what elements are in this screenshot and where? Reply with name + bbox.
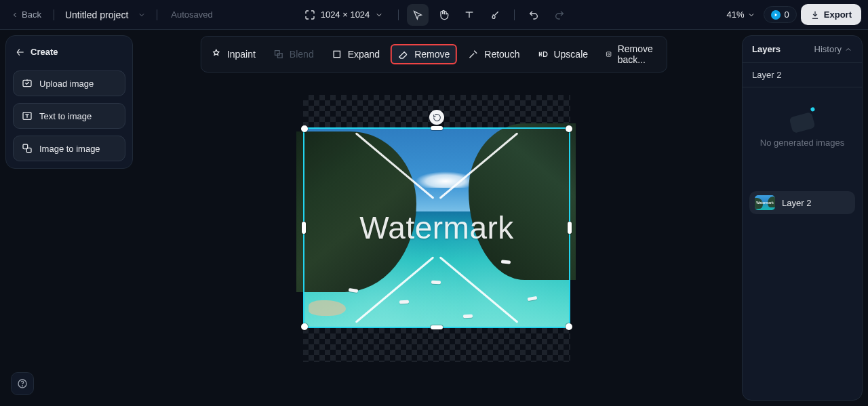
upscale-label: Upscale: [553, 49, 588, 60]
hd-icon: [537, 49, 548, 60]
back-label: Back: [22, 9, 41, 20]
divider: [398, 9, 399, 20]
export-label: Export: [824, 9, 852, 20]
chevron-down-icon: [138, 11, 146, 19]
project-name[interactable]: Untitled project: [62, 7, 131, 23]
text-to-image-button[interactable]: Text to image: [13, 103, 125, 129]
back-button[interactable]: Back: [7, 7, 45, 22]
back-arrow-icon: [16, 47, 25, 57]
create-header: Create: [13, 43, 125, 64]
inpaint-label: Inpaint: [227, 49, 256, 60]
artboard: Watermark: [303, 95, 570, 362]
resize-handle-se[interactable]: [566, 323, 572, 330]
canvas-size-label: 1024 × 1024: [321, 9, 370, 20]
empty-images-icon: [789, 112, 815, 134]
text-icon: [464, 9, 475, 20]
zoom-label: 41%: [727, 9, 745, 20]
inpaint-icon: [211, 49, 222, 60]
layer-thumbnail: Watermark: [755, 195, 775, 210]
selected-layer-image[interactable]: Watermark: [303, 127, 570, 328]
chevron-down-icon: [375, 11, 383, 19]
undo-icon: [528, 9, 539, 20]
credits-value: 0: [785, 9, 789, 20]
resize-handle-e[interactable]: [568, 222, 572, 234]
zoom-button[interactable]: 41%: [723, 7, 760, 22]
svg-point-8: [608, 54, 610, 55]
remove-bg-icon: [606, 49, 612, 60]
divider: [157, 9, 157, 20]
history-label: History: [814, 44, 842, 54]
brush-tool-button[interactable]: [484, 4, 506, 26]
retouch-icon: [468, 49, 479, 60]
generated-images-empty: No generated images: [743, 87, 862, 157]
expand-label: Expand: [348, 49, 380, 60]
image-to-image-button[interactable]: Image to image: [13, 136, 125, 161]
eraser-icon: [398, 49, 409, 60]
rotate-handle[interactable]: [429, 110, 444, 125]
image-to-image-icon: [22, 143, 33, 154]
text-to-image-label: Text to image: [39, 111, 92, 121]
resize-handle-n[interactable]: [431, 126, 443, 130]
history-toggle[interactable]: History: [814, 44, 852, 54]
right-panel: Layers History Layer 2 No generated imag…: [742, 35, 863, 401]
topbar: Back Untitled project Autosaved 1024 × 1…: [0, 0, 868, 30]
upload-image-label: Upload image: [39, 79, 94, 89]
layer-label: Layer 2: [782, 198, 811, 208]
canvas-stage[interactable]: Watermark: [138, 61, 735, 401]
image-content: Watermark: [303, 127, 570, 328]
upload-image-icon: [22, 78, 33, 89]
svg-rect-7: [607, 52, 611, 56]
project-menu-button[interactable]: [138, 11, 146, 19]
selected-layer-name[interactable]: Layer 2: [743, 63, 862, 87]
layers-list: Watermark Layer 2: [743, 157, 862, 248]
resize-handle-nw[interactable]: [301, 125, 308, 132]
layers-title: Layers: [752, 44, 781, 54]
resize-handle-ne[interactable]: [566, 125, 572, 132]
rotate-icon: [433, 113, 441, 122]
svg-point-10: [22, 386, 23, 386]
redo-button[interactable]: [549, 4, 570, 26]
credits-button[interactable]: 0: [764, 6, 797, 23]
autosave-status: Autosaved: [171, 9, 212, 20]
watermark-text: Watermark: [303, 127, 570, 328]
resize-handle-w[interactable]: [302, 222, 306, 234]
divider: [54, 9, 54, 20]
layer-item[interactable]: Watermark Layer 2: [749, 191, 855, 214]
create-title: Create: [31, 47, 58, 57]
remove-label: Remove: [414, 49, 450, 60]
empty-images-label: No generated images: [760, 138, 844, 148]
redo-icon: [554, 9, 565, 20]
download-icon: [810, 10, 820, 20]
text-tool-button[interactable]: [458, 4, 480, 26]
blend-label: Blend: [290, 49, 314, 60]
upload-image-button[interactable]: Upload image: [13, 70, 125, 96]
resize-handle-sw[interactable]: [301, 323, 308, 330]
expand-icon: [332, 49, 342, 60]
chevron-down-icon: [747, 11, 755, 19]
chevron-up-icon: [844, 45, 852, 54]
credit-icon: [771, 10, 781, 20]
hand-icon: [438, 9, 449, 20]
image-to-image-label: Image to image: [39, 144, 100, 154]
export-button[interactable]: Export: [801, 4, 861, 25]
divider: [514, 9, 515, 20]
resize-handle-s[interactable]: [431, 325, 443, 329]
chevron-left-icon: [11, 11, 19, 19]
canvas-size-button[interactable]: 1024 × 1024: [298, 5, 391, 24]
text-to-image-icon: [22, 110, 33, 121]
resize-icon: [304, 9, 315, 20]
cursor-icon: [412, 9, 423, 20]
blend-icon: [273, 49, 284, 60]
hand-tool-button[interactable]: [433, 4, 454, 26]
left-panel: Create Upload image Text to image Image …: [5, 35, 133, 169]
help-button[interactable]: [11, 372, 34, 395]
undo-button[interactable]: [523, 4, 545, 26]
select-tool-button[interactable]: [407, 4, 429, 26]
brush-icon: [490, 9, 500, 20]
svg-rect-6: [334, 51, 340, 57]
retouch-label: Retouch: [484, 49, 519, 60]
help-icon: [17, 378, 28, 389]
